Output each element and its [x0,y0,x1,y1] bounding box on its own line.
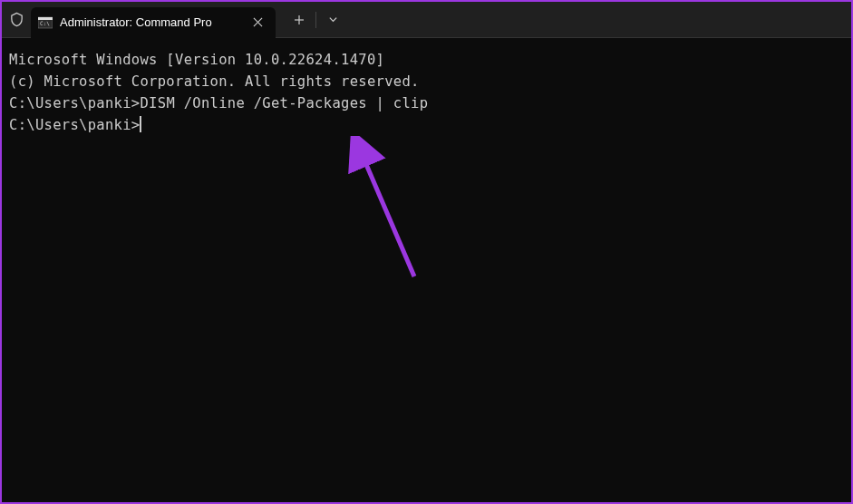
tab-title: Administrator: Command Pro [60,15,241,29]
annotation-arrow [337,136,446,290]
terminal-output[interactable]: Microsoft Windows [Version 10.0.22624.14… [2,38,851,147]
cmd-icon: C:\ [38,15,53,30]
copyright-line: (c) Microsoft Corporation. All rights re… [9,71,844,92]
active-tab[interactable]: C:\ Administrator: Command Pro [31,7,276,38]
titlebar: C:\ Administrator: Command Pro [2,2,851,38]
command-line-2: C:\Users\panki> [9,114,844,136]
tab-close-button[interactable] [248,14,267,32]
version-line: Microsoft Windows [Version 10.0.22624.14… [9,49,844,71]
prompt: C:\Users\panki> [9,95,140,111]
shield-icon [2,2,31,38]
tab-dropdown-button[interactable] [316,6,349,34]
cursor [140,116,141,132]
command-line-1: C:\Users\panki>DISM /Online /Get-Package… [9,92,844,114]
svg-text:C:\: C:\ [40,20,50,26]
tab-actions [283,2,349,38]
command-text: DISM /Online /Get-Packages | clip [140,95,428,111]
prompt: C:\Users\panki> [9,117,140,133]
new-tab-button[interactable] [283,6,315,34]
svg-line-8 [360,150,414,276]
